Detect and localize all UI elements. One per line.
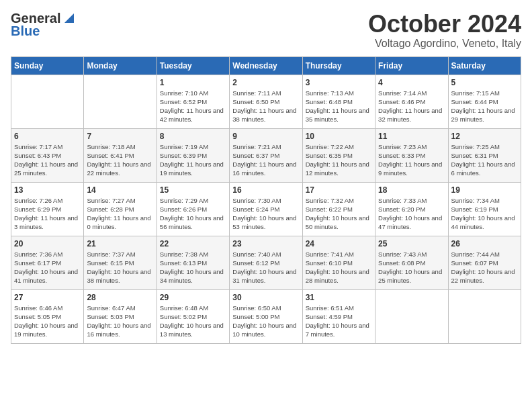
calendar-cell: 6Sunrise: 7:17 AM Sunset: 6:43 PM Daylig… [11,128,84,182]
calendar-week-row: 13Sunrise: 7:26 AM Sunset: 6:29 PM Dayli… [11,182,521,236]
calendar-cell: 14Sunrise: 7:27 AM Sunset: 6:28 PM Dayli… [84,182,157,236]
calendar-week-row: 1Sunrise: 7:10 AM Sunset: 6:52 PM Daylig… [11,75,521,128]
cell-content: Sunrise: 7:30 AM Sunset: 6:24 PM Dayligh… [232,196,299,232]
calendar-table: SundayMondayTuesdayWednesdayThursdayFrid… [11,56,521,344]
cell-content: Sunrise: 7:40 AM Sunset: 6:12 PM Dayligh… [232,250,299,285]
location-title: Voltago Agordino, Veneto, Italy [368,38,521,50]
day-number: 21 [87,239,153,248]
cell-content: Sunrise: 7:10 AM Sunset: 6:52 PM Dayligh… [160,89,226,124]
day-number: 29 [160,293,226,302]
calendar-cell: 22Sunrise: 7:38 AM Sunset: 6:13 PM Dayli… [157,236,229,289]
day-number: 13 [14,185,81,195]
calendar-cell: 13Sunrise: 7:26 AM Sunset: 6:29 PM Dayli… [11,182,84,236]
day-number: 5 [451,78,518,87]
cell-content: Sunrise: 6:47 AM Sunset: 5:03 PM Dayligh… [87,304,153,339]
cell-content: Sunrise: 7:22 AM Sunset: 6:35 PM Dayligh… [306,142,372,178]
calendar-cell: 4Sunrise: 7:14 AM Sunset: 6:46 PM Daylig… [375,75,448,128]
calendar-cell: 19Sunrise: 7:34 AM Sunset: 6:19 PM Dayli… [448,182,521,236]
calendar-cell: 18Sunrise: 7:33 AM Sunset: 6:20 PM Dayli… [375,182,448,236]
cell-content: Sunrise: 7:41 AM Sunset: 6:10 PM Dayligh… [306,250,372,285]
calendar-cell: 10Sunrise: 7:22 AM Sunset: 6:35 PM Dayli… [302,128,375,182]
svg-marker-0 [64,13,74,23]
calendar-cell: 9Sunrise: 7:21 AM Sunset: 6:37 PM Daylig… [230,128,302,182]
cell-content: Sunrise: 7:38 AM Sunset: 6:13 PM Dayligh… [160,250,226,285]
day-number: 30 [232,293,299,302]
day-number: 31 [306,293,372,302]
day-number: 14 [87,185,153,195]
day-number: 11 [378,132,445,141]
day-number: 4 [378,78,445,87]
calendar-week-row: 6Sunrise: 7:17 AM Sunset: 6:43 PM Daylig… [11,128,521,182]
calendar-cell [375,289,448,343]
cell-content: Sunrise: 7:18 AM Sunset: 6:41 PM Dayligh… [87,142,153,178]
day-number: 1 [160,78,226,87]
day-number: 17 [306,185,372,195]
calendar-cell: 20Sunrise: 7:36 AM Sunset: 6:17 PM Dayli… [11,236,84,289]
calendar-cell: 25Sunrise: 7:43 AM Sunset: 6:08 PM Dayli… [375,236,448,289]
calendar-day-header: Saturday [448,56,521,75]
cell-content: Sunrise: 7:29 AM Sunset: 6:26 PM Dayligh… [160,196,226,232]
calendar-cell: 5Sunrise: 7:15 AM Sunset: 6:44 PM Daylig… [448,75,521,128]
calendar-cell: 26Sunrise: 7:44 AM Sunset: 6:07 PM Dayli… [448,236,521,289]
cell-content: Sunrise: 7:27 AM Sunset: 6:28 PM Dayligh… [87,196,153,232]
day-number: 9 [232,132,299,141]
calendar-day-header: Thursday [302,56,375,75]
day-number: 23 [232,239,299,248]
calendar-cell: 16Sunrise: 7:30 AM Sunset: 6:24 PM Dayli… [230,182,302,236]
calendar-cell: 8Sunrise: 7:19 AM Sunset: 6:39 PM Daylig… [157,128,229,182]
calendar-cell: 12Sunrise: 7:25 AM Sunset: 6:31 PM Dayli… [448,128,521,182]
calendar-cell: 31Sunrise: 6:51 AM Sunset: 4:59 PM Dayli… [302,289,375,343]
day-number: 18 [378,185,445,195]
page-header: General Blue October 2024 Voltago Agordi… [11,11,521,50]
day-number: 24 [306,239,372,248]
calendar-day-header: Sunday [11,56,84,75]
calendar-cell: 3Sunrise: 7:13 AM Sunset: 6:48 PM Daylig… [302,75,375,128]
month-title: October 2024 [368,11,521,38]
calendar-cell: 27Sunrise: 6:46 AM Sunset: 5:05 PM Dayli… [11,289,84,343]
day-number: 6 [14,132,81,141]
cell-content: Sunrise: 7:25 AM Sunset: 6:31 PM Dayligh… [451,142,518,178]
calendar-cell [84,75,157,128]
day-number: 26 [451,239,518,248]
cell-content: Sunrise: 7:14 AM Sunset: 6:46 PM Dayligh… [378,89,445,124]
cell-content: Sunrise: 7:44 AM Sunset: 6:07 PM Dayligh… [451,250,518,285]
cell-content: Sunrise: 7:19 AM Sunset: 6:39 PM Dayligh… [160,142,226,178]
day-number: 19 [451,185,518,195]
cell-content: Sunrise: 6:48 AM Sunset: 5:02 PM Dayligh… [160,304,226,339]
calendar-cell: 28Sunrise: 6:47 AM Sunset: 5:03 PM Dayli… [84,289,157,343]
cell-content: Sunrise: 6:50 AM Sunset: 5:00 PM Dayligh… [232,304,299,339]
calendar-cell: 15Sunrise: 7:29 AM Sunset: 6:26 PM Dayli… [157,182,229,236]
cell-content: Sunrise: 7:34 AM Sunset: 6:19 PM Dayligh… [451,196,518,232]
calendar-cell: 24Sunrise: 7:41 AM Sunset: 6:10 PM Dayli… [302,236,375,289]
calendar-body: 1Sunrise: 7:10 AM Sunset: 6:52 PM Daylig… [11,75,521,343]
day-number: 15 [160,185,226,195]
cell-content: Sunrise: 7:26 AM Sunset: 6:29 PM Dayligh… [14,196,81,232]
calendar-cell: 7Sunrise: 7:18 AM Sunset: 6:41 PM Daylig… [84,128,157,182]
calendar-day-header: Tuesday [157,56,229,75]
cell-content: Sunrise: 6:51 AM Sunset: 4:59 PM Dayligh… [306,304,372,339]
day-number: 3 [306,78,372,87]
calendar-week-row: 27Sunrise: 6:46 AM Sunset: 5:05 PM Dayli… [11,289,521,343]
day-number: 25 [378,239,445,248]
cell-content: Sunrise: 7:37 AM Sunset: 6:15 PM Dayligh… [87,250,153,285]
day-number: 22 [160,239,226,248]
calendar-week-row: 20Sunrise: 7:36 AM Sunset: 6:17 PM Dayli… [11,236,521,289]
cell-content: Sunrise: 7:17 AM Sunset: 6:43 PM Dayligh… [14,142,81,178]
day-number: 20 [14,239,81,248]
logo-blue: Blue [11,24,40,39]
calendar-cell: 29Sunrise: 6:48 AM Sunset: 5:02 PM Dayli… [157,289,229,343]
calendar-day-header: Wednesday [230,56,302,75]
day-number: 28 [87,293,153,302]
calendar-cell: 23Sunrise: 7:40 AM Sunset: 6:12 PM Dayli… [230,236,302,289]
cell-content: Sunrise: 7:13 AM Sunset: 6:48 PM Dayligh… [306,89,372,124]
day-number: 27 [14,293,81,302]
cell-content: Sunrise: 6:46 AM Sunset: 5:05 PM Dayligh… [14,304,81,339]
cell-content: Sunrise: 7:33 AM Sunset: 6:20 PM Dayligh… [378,196,445,232]
logo-triangle-icon [62,12,74,24]
title-block: October 2024 Voltago Agordino, Veneto, I… [368,11,521,50]
day-number: 16 [232,185,299,195]
calendar-day-header: Friday [375,56,448,75]
day-number: 12 [451,132,518,141]
calendar-cell: 17Sunrise: 7:32 AM Sunset: 6:22 PM Dayli… [302,182,375,236]
cell-content: Sunrise: 7:43 AM Sunset: 6:08 PM Dayligh… [378,250,445,285]
